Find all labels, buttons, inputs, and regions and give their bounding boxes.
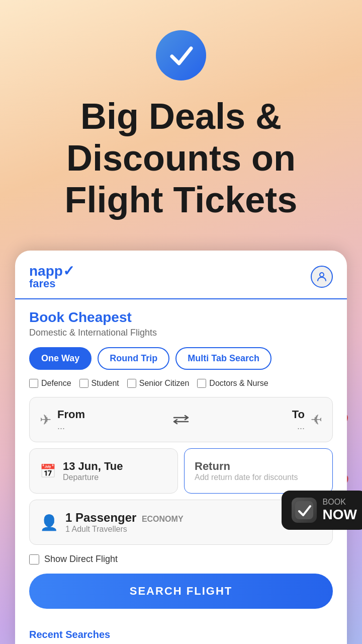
departure-label: Departure [63,473,99,481]
date-row: 📅 13 Jun, Tue Departure Return Add retur… [29,448,333,494]
svg-point-0 [320,273,324,277]
checkbox-doctors[interactable]: Doctors & Nurse [197,379,268,388]
direct-flight-label: Show Direct Flight [44,554,118,565]
route-field[interactable]: ✈ From ... To ... ✈ [29,397,333,442]
svg-rect-1 [295,501,313,519]
search-flight-button[interactable]: SEARCH FLIGHT [29,574,333,609]
passenger-class: ECONOMY [142,515,184,523]
to-section[interactable]: To ... ✈ [192,408,322,432]
senior-checkbox[interactable] [127,379,136,388]
defence-checkbox[interactable] [29,379,38,388]
swap-icon [173,415,189,425]
book-now-text: BOOK NOW [323,498,357,523]
app-logo: napp✓ fares [29,263,74,290]
checkbox-defence[interactable]: Defence [29,379,71,388]
calendar-icon: 📅 [40,463,56,479]
tab-one-way[interactable]: One Way [29,347,92,370]
hero-section: Big Deals & Discounts on Flight Tickets [0,0,362,240]
student-checkbox[interactable] [79,379,88,388]
app-logo-circle [156,30,206,80]
departure-info: 13 Jun, Tue Departure [63,460,123,482]
to-info: To ... [292,408,305,432]
departure-date-field[interactable]: 📅 13 Jun, Tue Departure [29,448,178,494]
now-word: NOW [323,507,357,523]
user-icon [316,271,328,283]
from-info: From ... [57,408,85,432]
passenger-count: 1 Passenger [65,511,136,524]
return-date-field[interactable]: Return Add return date for discounts [184,448,333,494]
book-subtitle: Domestic & International Flights [29,328,333,338]
logo-sub-text: fares [29,277,74,290]
book-now-badge[interactable]: BOOK NOW [282,491,362,530]
from-value: ... [57,421,65,431]
checkbox-senior[interactable]: Senior Citizen [127,379,190,388]
tab-multi-search[interactable]: Multi Tab Search [175,347,272,370]
return-info: Return Add return date for discounts [195,460,298,482]
swap-button[interactable] [170,409,192,431]
hero-title: Big Deals & Discounts on Flight Tickets [0,96,362,220]
departure-plane-icon: ✈ [40,412,51,428]
direct-flight-checkbox[interactable] [29,554,39,565]
recent-searches-label: Recent Searches [15,629,347,644]
trip-type-tabs: One Way Round Trip Multi Tab Search [29,347,333,370]
booking-card: napp✓ fares Book Cheapest Domestic & Int… [15,251,347,644]
return-label: Return [195,460,298,473]
book-word: BOOK [323,498,357,507]
from-section[interactable]: ✈ From ... [40,408,170,432]
tab-round-trip[interactable]: Round Trip [98,347,169,370]
passenger-type-checkboxes: Defence Student Senior Citizen Doctors &… [29,379,333,388]
doctors-label: Doctors & Nurse [209,379,268,388]
direct-flight-checkbox-label[interactable]: Show Direct Flight [29,554,333,565]
arrival-plane-icon: ✈ [311,412,322,428]
passenger-travellers: 1 Adult Travellers [65,525,127,533]
checkbox-student[interactable]: Student [79,379,119,388]
return-sub: Add return date for discounts [195,473,298,481]
to-value: ... [297,421,305,431]
passenger-icon: 👤 [40,514,58,531]
defence-label: Defence [41,379,71,388]
logo-text-group: napp✓ fares [29,263,74,290]
logo-svg [166,40,196,70]
doctors-checkbox[interactable] [197,379,206,388]
book-now-icon [292,498,317,523]
checkmark-icon [295,501,313,519]
from-label: From [57,408,85,421]
logo-main-text: napp✓ [29,263,74,279]
user-profile-button[interactable] [311,266,333,288]
passenger-count-row: 1 Passenger ECONOMY [65,511,184,525]
to-label: To [292,408,305,421]
student-label: Student [92,379,119,388]
passenger-info: 1 Passenger ECONOMY 1 Adult Travellers [65,511,184,534]
departure-date: 13 Jun, Tue [63,460,123,473]
card-wrapper: napp✓ fares Book Cheapest Domestic & Int… [0,251,362,644]
senior-label: Senior Citizen [139,379,190,388]
book-title: Book Cheapest [29,309,333,326]
book-section: Book Cheapest Domestic & International F… [15,299,347,629]
app-header: napp✓ fares [15,251,347,299]
